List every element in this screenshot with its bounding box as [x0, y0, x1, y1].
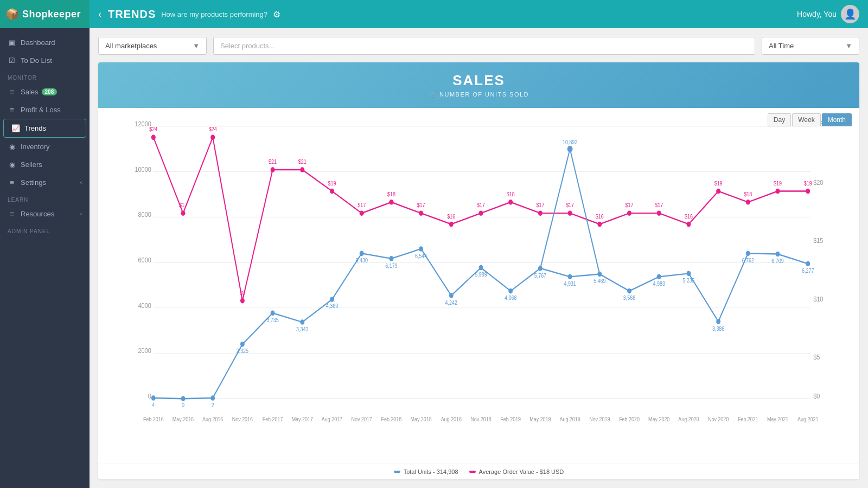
- svg-point-70: [210, 134, 215, 140]
- svg-point-64: [806, 261, 810, 267]
- svg-point-106: [746, 200, 750, 205]
- svg-text:$16: $16: [685, 213, 693, 220]
- sidebar-item-trends[interactable]: 📈Trends: [3, 119, 86, 138]
- svg-text:Nov 2019: Nov 2019: [589, 416, 610, 422]
- svg-point-100: [657, 210, 661, 216]
- svg-point-96: [597, 222, 602, 227]
- svg-text:Nov 2016: Nov 2016: [232, 416, 253, 422]
- svg-point-30: [300, 319, 304, 325]
- svg-text:Feb 2020: Feb 2020: [619, 416, 640, 422]
- svg-point-72: [240, 298, 245, 304]
- avatar[interactable]: 👤: [841, 5, 859, 23]
- svg-text:5,989: 5,989: [475, 272, 487, 278]
- chart-legend: Total Units - 314,908 Average Order Valu…: [98, 464, 859, 479]
- inventory-icon: ◉: [8, 143, 16, 151]
- svg-point-28: [271, 311, 275, 316]
- svg-point-104: [716, 189, 720, 194]
- sidebar-item-sales[interactable]: ≡Sales208: [0, 83, 90, 101]
- sidebar-item-label: Profit & Loss: [21, 106, 61, 114]
- topbar-right: Howdy, You 👤: [797, 5, 859, 23]
- svg-text:Aug 2020: Aug 2020: [678, 416, 699, 422]
- svg-text:$17: $17: [536, 202, 544, 209]
- sidebar-item-dashboard[interactable]: ▣Dashboard: [0, 34, 90, 52]
- svg-text:$17: $17: [566, 202, 574, 209]
- month-button[interactable]: Month: [822, 113, 852, 126]
- chart-title: SALES: [108, 72, 850, 89]
- main-chart: 12000 10000 8000 6000 4000 2000 0 $25 $2…: [131, 113, 832, 431]
- chart-card: SALES 🛒 NUMBER OF UNITS SOLD Day Week Mo…: [98, 62, 859, 479]
- logo-area: 📦 Shopkeeper: [0, 0, 90, 28]
- dropdown-arrow-icon: ▼: [193, 42, 200, 50]
- sidebar-item-label: Inventory: [21, 143, 49, 151]
- svg-text:$19: $19: [804, 180, 812, 187]
- day-button[interactable]: Day: [768, 113, 791, 126]
- svg-text:$24: $24: [149, 126, 157, 133]
- chart-body: Day Week Month 12000 10000 8000 6000 400…: [98, 108, 859, 464]
- svg-text:Nov 2020: Nov 2020: [708, 416, 729, 422]
- legend-blue-dot: [394, 471, 400, 473]
- svg-point-48: [568, 274, 572, 280]
- svg-text:4,983: 4,983: [653, 280, 666, 287]
- svg-text:5,235: 5,235: [682, 277, 695, 284]
- svg-point-36: [389, 256, 393, 261]
- svg-text:4,068: 4,068: [505, 295, 517, 301]
- svg-point-60: [746, 251, 750, 256]
- svg-text:$5: $5: [813, 353, 820, 361]
- svg-text:$19: $19: [714, 180, 723, 187]
- svg-text:$18: $18: [387, 191, 395, 197]
- svg-text:Nov 2018: Nov 2018: [470, 416, 492, 422]
- svg-text:6,179: 6,179: [385, 262, 398, 269]
- svg-text:May 2020: May 2020: [648, 416, 670, 422]
- svg-text:$21: $21: [269, 158, 277, 165]
- svg-text:$18: $18: [507, 191, 515, 197]
- svg-text:$16: $16: [447, 213, 455, 220]
- svg-text:Feb 2016: Feb 2016: [143, 416, 164, 422]
- svg-point-56: [686, 271, 691, 277]
- sellers-icon: ◉: [8, 160, 16, 169]
- svg-point-86: [449, 222, 454, 227]
- svg-text:May 2019: May 2019: [529, 416, 551, 422]
- svg-text:$21: $21: [298, 158, 307, 165]
- chart-subtitle: 🛒 NUMBER OF UNITS SOLD: [108, 91, 850, 98]
- svg-text:0: 0: [182, 402, 184, 408]
- sidebar-item-settings[interactable]: ≡Settings‹: [0, 174, 90, 191]
- svg-text:Feb 2021: Feb 2021: [738, 416, 758, 422]
- week-button[interactable]: Week: [792, 113, 820, 126]
- svg-text:10,892: 10,892: [563, 139, 577, 146]
- logo-icon: 📦: [5, 8, 19, 21]
- svg-point-40: [449, 293, 454, 298]
- svg-text:$18: $18: [744, 191, 752, 197]
- svg-text:$16: $16: [596, 213, 604, 220]
- svg-text:8000: 8000: [138, 210, 151, 219]
- page-title: TRENDS: [108, 8, 156, 21]
- product-select-input[interactable]: Select products...: [213, 37, 755, 55]
- time-dropdown[interactable]: All Time ▼: [762, 37, 859, 55]
- svg-text:4: 4: [152, 402, 155, 408]
- settings-icon[interactable]: ⚙: [273, 9, 280, 20]
- legend-pink-label: Average Order Value - $18 USD: [479, 468, 564, 475]
- sidebar-item-resources[interactable]: ≡Resources‹: [0, 205, 90, 223]
- svg-text:May 2021: May 2021: [767, 416, 789, 422]
- sidebar-item-label: Dashboard: [21, 38, 55, 47]
- svg-text:2: 2: [212, 402, 214, 408]
- svg-text:5,469: 5,469: [593, 278, 606, 285]
- svg-point-44: [508, 288, 513, 294]
- sidebar-toggle-button[interactable]: ‹: [98, 9, 101, 20]
- svg-text:$17: $17: [477, 202, 485, 209]
- svg-text:$20: $20: [813, 178, 823, 187]
- sidebar-item-label: Sellers: [21, 160, 42, 169]
- svg-text:$19: $19: [774, 180, 782, 187]
- svg-text:6,762: 6,762: [742, 257, 754, 264]
- sidebar-item-sellers[interactable]: ◉Sellers: [0, 156, 90, 174]
- svg-text:May 2017: May 2017: [292, 416, 313, 422]
- svg-text:2,325: 2,325: [237, 348, 249, 355]
- sidebar-item-profitloss[interactable]: ≡Profit & Loss: [0, 101, 90, 119]
- marketplace-dropdown[interactable]: All marketplaces ▼: [98, 37, 207, 55]
- sidebar-item-inventory[interactable]: ◉Inventory: [0, 138, 90, 156]
- greeting-text: Howdy, You: [797, 10, 837, 18]
- sidebar-item-todo[interactable]: ☑To Do List: [0, 52, 90, 69]
- chevron-icon: ‹: [80, 211, 82, 217]
- sidebar-item-label: Settings: [21, 178, 46, 187]
- svg-text:Aug 2016: Aug 2016: [202, 416, 224, 422]
- svg-line-114: [540, 149, 570, 268]
